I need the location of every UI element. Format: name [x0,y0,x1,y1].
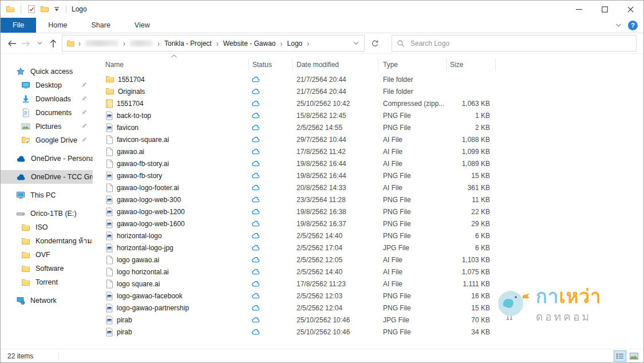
close-button[interactable] [618,1,643,18]
file-row[interactable]: gawao-logo-footer.ai20/8/2562 14:33AI Fi… [100,182,496,194]
back-button[interactable] [5,36,19,51]
file-row[interactable]: gawao-logo-web-160019/8/2562 16:37PNG Fi… [100,218,496,230]
image-file-icon [105,123,113,132]
file-row[interactable]: logo square.ai17/8/2562 11:23AI File1,11… [100,278,496,290]
cloud-status-icon [251,124,260,131]
cloud-status-icon [251,196,260,203]
breadcrumb-segment-redacted[interactable] [85,40,118,46]
file-date-modified: 2/5/2562 14:55 [293,121,378,133]
file-size: 22 KB [447,206,496,218]
help-icon[interactable]: ? [628,21,638,30]
sidebar-item-software[interactable]: Software [1,262,93,275]
file-row[interactable]: pirab25/10/2562 10:46JPG File70 KB [100,314,496,326]
file-row[interactable]: favicon-square.ai29/7/2562 10:44AI File1… [100,133,496,145]
sidebar-item-torrent[interactable]: Torrent [1,275,93,289]
pictures-icon [21,122,30,131]
file-row[interactable]: Originals21/7/2564 20:44File folder [100,85,496,97]
large-icons-view-button[interactable] [627,350,640,362]
breadcrumb-chevron-icon[interactable]: › [121,40,127,48]
file-type: AI File [378,145,447,157]
breadcrumb-segment-logo[interactable]: Logo [285,40,306,48]
sidebar-item-quick-access[interactable]: Quick access [1,65,93,78]
file-row[interactable]: gawao-logo-web-30023/3/2564 11:28PNG Fil… [100,194,496,206]
file-row[interactable]: logo horizontal.ai2/5/2562 14:40AI File1… [100,266,496,278]
sidebar-item-pictures[interactable]: Pictures [1,120,93,133]
cloud-status-icon [251,244,260,251]
file-name: Originals [118,88,145,96]
up-button[interactable] [46,36,60,51]
address-dropdown-chevron-icon[interactable] [348,41,364,45]
column-header-date-modified[interactable]: Date modified [293,58,378,71]
file-row[interactable]: gawao-logo-web-120019/8/2562 16:38PNG Fi… [100,206,496,218]
sidebar-item-documents[interactable]: Documents [1,106,93,120]
file-row[interactable]: horizontal-logo2/5/2562 14:40PNG File6 K… [100,230,496,242]
desktop-icon [21,81,30,90]
zip-file-icon [105,99,113,108]
tab-home[interactable]: Home [36,18,79,33]
file-size: 15 KB [447,302,496,314]
file-row[interactable]: logo-gawao-partnership2/5/2562 12:04PNG … [100,302,496,314]
breadcrumb-chevron-icon[interactable]: › [156,40,161,48]
qat-properties-check-icon[interactable] [27,5,36,14]
tab-share[interactable]: Share [80,18,123,33]
sidebar-item-onedrive-personal[interactable]: OneDrive - Personal [1,152,93,165]
breadcrumb-chevron-icon[interactable]: › [279,40,285,48]
recent-locations-chevron-icon[interactable] [33,36,46,51]
sidebar-item-google-drive[interactable]: Google Drive [1,133,93,147]
breadcrumb-chevron-icon[interactable]: › [215,40,220,48]
forward-button[interactable] [19,36,33,51]
search-box[interactable] [392,35,637,52]
sidebar-item-desktop[interactable]: Desktop [1,78,93,92]
breadcrumb-chevron-icon[interactable]: › [77,40,82,48]
image-file-icon [105,111,113,120]
qat-new-folder-icon[interactable] [40,5,49,14]
file-name: 1551704 [118,76,145,84]
tab-file[interactable]: File [1,18,36,33]
sidebar-item-this-pc[interactable]: This PC [1,188,93,202]
details-view-button[interactable] [614,350,626,362]
column-header-name[interactable]: Name [100,58,249,71]
sidebar-item-network[interactable]: Network [1,294,93,307]
file-row[interactable]: 155170421/7/2564 20:44File folder [100,73,496,85]
minimize-button[interactable] [566,1,592,18]
breadcrumb-chevron-icon[interactable]: › [305,40,311,48]
file-row[interactable]: gawao-fb-story19/8/2562 16:44PNG File15 … [100,169,496,182]
sidebar-item-onedrive-tcc-grou[interactable]: OneDrive - TCC Grou [1,170,93,184]
file-row[interactable]: gawao.ai17/8/2562 11:42AI File1,099 KB [100,145,496,157]
file-row[interactable]: 155170425/10/2562 10:42Compressed (zipp.… [100,97,496,109]
expand-ribbon-chevron-icon[interactable] [615,23,622,27]
image-file-icon [105,207,113,216]
file-explorer-window: Logo FileHomeShareView ? [0,0,644,363]
file-row[interactable]: back-to-top15/8/2562 12:45PNG File1 KB [100,109,496,121]
sidebar-item-iso[interactable]: ISO [1,220,93,234]
breadcrumb-segment-redacted[interactable] [130,40,153,46]
qat-customize-chevron-icon[interactable] [53,6,60,12]
file-size [447,73,496,85]
file-row[interactable]: pirab25/10/2562 10:46PNG File34 KB [100,326,496,338]
watermark-line1: กาเหว่า [536,287,602,307]
column-header-size[interactable]: Size [447,58,496,71]
pin-icon [80,136,88,144]
file-row[interactable]: logo gawao.ai2/5/2562 12:05AI File1,103 … [100,254,496,266]
sidebar-item-orico-1tb-e[interactable]: Orico-1TB (E:) [1,207,93,220]
address-folder-icon [62,40,77,48]
sidebar-item-downloads[interactable]: Downloads [1,92,93,106]
breadcrumb-segment-website-gawao[interactable]: Website - Gawao [220,40,279,48]
search-input[interactable] [409,39,631,48]
address-bar[interactable]: ›››Tonkla - Project›Website - Gawao›Logo… [62,35,365,52]
breadcrumb-segment-tonkla-project[interactable]: Tonkla - Project [161,40,215,48]
maximize-button[interactable] [592,1,618,18]
file-row[interactable]: logo-gawao-facebook2/5/2562 12:03PNG Fil… [100,290,496,302]
sidebar-item-ovf[interactable]: OVF [1,248,93,262]
file-row[interactable]: gawao-fb-story.ai19/8/2562 16:44AI File1… [100,157,496,169]
file-row[interactable]: horizontal-logo-jpg2/5/2562 17:04JPG Fil… [100,242,496,254]
column-header-type[interactable]: Type [378,58,447,71]
sidebar-item-konderntang[interactable]: Konderntang ห้ามลบ [1,234,93,248]
sidebar-item-label: Google Drive [35,136,77,144]
watermark-line2: ดอทคอม [536,308,602,325]
file-row[interactable]: favicon2/5/2562 14:55PNG File2 KB [100,121,496,133]
refresh-button[interactable] [366,35,384,52]
column-header-status[interactable]: Status [249,58,293,71]
file-size: 1,063 KB [447,97,496,109]
tab-view[interactable]: View [123,18,162,33]
